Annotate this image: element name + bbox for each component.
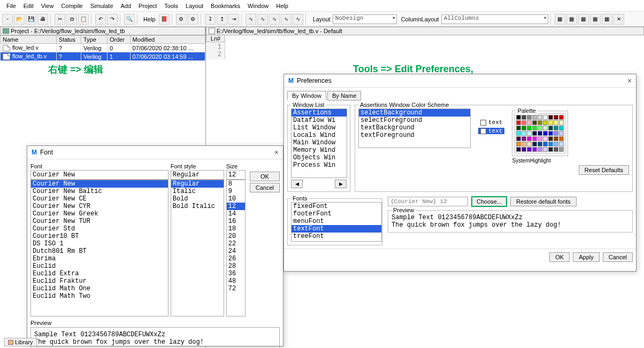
list-item[interactable]: 9 <box>227 188 245 195</box>
palette-swatch[interactable] <box>532 136 537 141</box>
col-status[interactable]: Status <box>56 36 81 44</box>
close-all-icon[interactable]: ✕ <box>614 14 624 25</box>
menu-tools[interactable]: Tools <box>161 2 181 10</box>
size-input[interactable] <box>226 170 246 180</box>
wave1-icon[interactable]: ∿ <box>246 14 256 25</box>
list-item[interactable]: Memory Wind <box>292 146 347 154</box>
list-item[interactable]: Ebrima <box>31 255 168 262</box>
palette-swatch[interactable] <box>522 115 526 120</box>
palette-swatch[interactable] <box>516 115 521 120</box>
list-item[interactable]: 10 <box>227 195 245 203</box>
palette-swatch[interactable] <box>559 115 564 120</box>
list-item[interactable]: 12 <box>227 203 245 210</box>
list-item[interactable]: Bold <box>171 195 224 203</box>
list-item[interactable]: Courier New Greek <box>31 210 168 218</box>
list-item[interactable]: footerFont <box>292 210 381 218</box>
window-list[interactable]: AssertionsDataflow WiList WindowLocals W… <box>291 109 347 178</box>
palette-swatch[interactable] <box>559 131 564 136</box>
list-item[interactable]: Dutch801 Rm BT <box>31 248 168 255</box>
palette-swatch[interactable] <box>522 126 526 130</box>
palette-swatch[interactable] <box>543 120 548 125</box>
list-item[interactable]: Regular <box>171 180 224 188</box>
project-row[interactable]: flow_led.v?Verilog007/06/2020 02:38:10 .… <box>1 44 205 52</box>
list-item[interactable]: Courier10 BT <box>31 233 168 240</box>
cancel-button[interactable]: Cancel <box>603 252 633 262</box>
list-item[interactable]: menuFont <box>292 218 381 225</box>
step3-icon[interactable]: ⇥ <box>228 14 239 25</box>
list-item[interactable]: 22 <box>227 240 245 248</box>
menu-edit[interactable]: Edit <box>20 2 37 10</box>
palette-swatch[interactable] <box>538 136 542 141</box>
col-order[interactable]: Order <box>107 36 130 44</box>
palette-swatch[interactable] <box>548 142 553 146</box>
fonts-list[interactable]: fixedFontfooterFontmenuFonttextFonttreeF… <box>291 202 382 242</box>
list-item[interactable]: Assertions <box>292 109 347 117</box>
apply-button[interactable]: Apply <box>573 252 600 262</box>
col-name[interactable]: Name <box>1 36 57 44</box>
reset-defaults-button[interactable]: Reset Defaults <box>579 165 629 175</box>
style-list[interactable]: RegularItalicBoldBold Italic <box>171 180 224 316</box>
list-item[interactable]: Courier New <box>31 180 168 188</box>
color-palette[interactable] <box>516 115 564 152</box>
save-icon[interactable]: 💾 <box>26 14 36 25</box>
wave4-icon[interactable]: ∿ <box>281 14 292 25</box>
list-item[interactable]: Courier New TUR <box>31 218 168 225</box>
menu-simulate[interactable]: Simulate <box>87 2 117 10</box>
wave5-icon[interactable]: ∿ <box>293 14 303 25</box>
palette-swatch[interactable] <box>548 126 553 130</box>
menu-help[interactable]: Help <box>273 2 292 10</box>
list-item[interactable]: 16 <box>227 218 245 225</box>
palette-swatch[interactable] <box>548 120 553 125</box>
font-list[interactable]: Courier NewCourier New BalticCourier New… <box>30 180 168 316</box>
list-item[interactable]: Dataflow Wi <box>292 117 347 124</box>
grid2-icon[interactable]: ▦ <box>566 14 577 25</box>
list-item[interactable]: Courier New CYR <box>31 203 168 210</box>
col-type[interactable]: Type <box>81 36 107 44</box>
ok-button[interactable]: OK <box>250 172 280 181</box>
list-item[interactable]: 36 <box>227 270 245 277</box>
list-item[interactable]: textFont <box>292 225 381 233</box>
tab-by-name[interactable]: By Name <box>327 91 361 100</box>
list-item[interactable]: 8 <box>227 180 245 188</box>
palette-swatch[interactable] <box>554 142 558 146</box>
palette-swatch[interactable] <box>538 142 542 146</box>
menu-file[interactable]: File <box>3 2 19 10</box>
palette-swatch[interactable] <box>532 142 537 146</box>
open-icon[interactable]: 📂 <box>14 14 25 25</box>
palette-swatch[interactable] <box>559 147 564 152</box>
wave3-icon[interactable]: ∿ <box>269 14 280 25</box>
palette-swatch[interactable] <box>527 142 532 146</box>
cut-icon[interactable]: ✂ <box>55 14 65 25</box>
palette-swatch[interactable] <box>559 126 564 130</box>
col-modified[interactable]: Modified <box>130 36 205 44</box>
list-item[interactable]: 24 <box>227 248 245 255</box>
palette-swatch[interactable] <box>522 136 526 141</box>
menu-layout[interactable]: Layout <box>182 2 206 10</box>
palette-swatch[interactable] <box>554 147 558 152</box>
palette-swatch[interactable] <box>548 115 553 120</box>
palette-swatch[interactable] <box>527 120 532 125</box>
palette-swatch[interactable] <box>527 136 532 141</box>
palette-swatch[interactable] <box>527 126 532 130</box>
close-icon[interactable]: × <box>627 76 632 85</box>
layout-combo[interactable]: NoDesign <box>333 14 397 24</box>
list-item[interactable]: Euclid Extra <box>31 270 168 277</box>
list-item[interactable]: selectForeground <box>359 117 470 124</box>
step2-icon[interactable]: ↥ <box>217 14 227 25</box>
list-item[interactable]: Objects Win <box>292 154 347 161</box>
palette-swatch[interactable] <box>527 147 532 152</box>
menu-window[interactable]: Window <box>244 2 272 10</box>
list-item[interactable]: textForeground <box>359 132 470 139</box>
palette-swatch[interactable] <box>543 126 548 130</box>
list-item[interactable]: 26 <box>227 255 245 262</box>
palette-swatch[interactable] <box>538 115 542 120</box>
list-item[interactable]: 14 <box>227 210 245 218</box>
list-item[interactable]: Process Win <box>292 161 347 169</box>
palette-swatch[interactable] <box>548 131 553 136</box>
list-item[interactable]: Main Window <box>292 139 347 146</box>
project-row[interactable]: flow_led_tb.v?Verilog107/06/2020 03:14:5… <box>1 52 205 61</box>
list-item[interactable]: Courier New Baltic <box>31 188 168 195</box>
grid1-icon[interactable]: ▦ <box>555 14 565 25</box>
palette-swatch[interactable] <box>548 147 553 152</box>
list-item[interactable]: Locals Wind <box>292 132 347 139</box>
